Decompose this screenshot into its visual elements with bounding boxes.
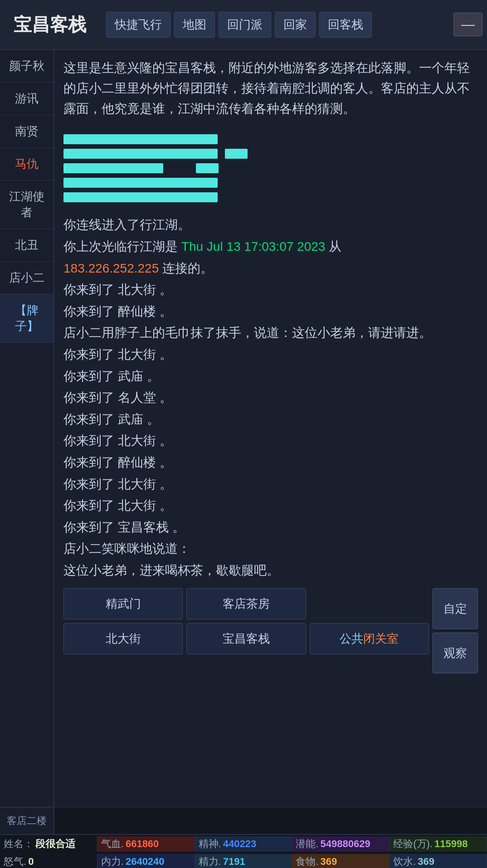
refine-label: 精力. xyxy=(199,855,221,868)
status-water: 饮水. 369 xyxy=(390,854,487,868)
status-exp: 经验(万). 115998 xyxy=(390,836,487,852)
log-line-2: 你上次光临行江湖是 Thu Jul 13 17:03:07 2023 从 xyxy=(63,236,478,258)
sidebar-item-ma[interactable]: 马仇 xyxy=(0,148,54,180)
water-label: 饮水. xyxy=(393,855,416,868)
app-title: 宝昌客栈 xyxy=(5,12,95,37)
action-empty1 xyxy=(310,588,429,619)
action-beidajie[interactable]: 北大街 xyxy=(63,623,183,654)
sidebar-item-jiang[interactable]: 江湖使者 xyxy=(0,180,54,229)
hex-row-4 xyxy=(63,178,478,188)
food-label: 食物. xyxy=(296,855,318,868)
log-line-9: 你来到了 名人堂 。 xyxy=(63,387,478,409)
status-bar: 姓名： 段很合适 气血. 661860 精神. 440223 潜能. 54988… xyxy=(0,834,487,868)
water-value: 369 xyxy=(418,856,434,868)
name-value: 段很合适 xyxy=(35,837,75,851)
status-food: 食物. 369 xyxy=(292,854,390,868)
mp-label: 精神. xyxy=(199,837,221,851)
hex-row-2 xyxy=(63,149,478,159)
exp-value: 115998 xyxy=(434,838,468,850)
log-line-15: 你来到了 宝昌客栈 。 xyxy=(63,517,478,538)
action-chafang[interactable]: 客店茶房 xyxy=(186,588,306,619)
refine-value: 7191 xyxy=(223,856,245,868)
top-navigation: 宝昌客栈 快捷飞行 地图 回门派 回家 回客栈 — xyxy=(0,0,487,50)
action-grid: 精武门 客店茶房 北大街 宝昌客栈 公共闭关室 xyxy=(63,588,429,654)
hex-broken-3r xyxy=(196,163,219,173)
log-3-ip: 183.226.252.225 xyxy=(63,261,159,275)
anger-label: 怒气. xyxy=(4,855,26,868)
status-hp: 气血. 661860 xyxy=(97,836,195,852)
hex-broken-3l xyxy=(63,163,163,173)
sidebar-item-shop[interactable]: 店小二 xyxy=(0,262,54,294)
action-area: 精武门 客店茶房 北大街 宝昌客栈 公共闭关室 自定 观察 xyxy=(63,588,478,673)
log-line-8: 你来到了 武庙 。 xyxy=(63,366,478,387)
hexagram-graphic xyxy=(63,130,478,207)
name-label: 姓名： xyxy=(4,837,34,851)
log-line-3: 183.226.252.225 连接的。 xyxy=(63,258,478,279)
ziding-button[interactable]: 自定 xyxy=(433,588,478,629)
main-area: 颜子秋 游讯 南贤 马仇 江湖使者 北丑 店小二 【牌子】 这里是生意兴隆的宝昌… xyxy=(0,50,487,807)
hp-label: 气血. xyxy=(101,837,124,851)
sidebar-item-yan[interactable]: 颜子秋 xyxy=(0,50,54,83)
hex-broken-2r xyxy=(225,149,248,159)
status-inner: 内力. 2640240 xyxy=(97,854,195,868)
sidebar-item-nan[interactable]: 南贤 xyxy=(0,115,54,148)
hex-row-5 xyxy=(63,192,478,202)
potential-label: 潜能. xyxy=(296,837,318,851)
log-2-date: Thu Jul 13 17:03:07 2023 xyxy=(181,239,326,254)
log-line-16: 店小二笑咪咪地说道： xyxy=(63,538,478,560)
dash-button[interactable]: — xyxy=(453,13,482,36)
exp-label: 经验(万). xyxy=(393,837,433,851)
log-line-14: 你来到了 北大街 。 xyxy=(63,495,478,517)
log-line-10: 你来到了 武庙 。 xyxy=(63,409,478,430)
return-sect-button[interactable]: 回门派 xyxy=(219,12,271,38)
mp-value: 440223 xyxy=(223,838,256,850)
action-guanbi-label-normal: 公共 xyxy=(340,632,363,645)
sidebar-item-brand[interactable]: 【牌子】 xyxy=(0,294,54,343)
food-value: 369 xyxy=(321,856,337,868)
log-2-part3: 从 xyxy=(325,239,341,254)
status-name: 姓名： 段很合适 xyxy=(0,836,97,852)
log-line-7: 你来到了 北大街 。 xyxy=(63,344,478,366)
log-line-13: 你来到了 北大街 。 xyxy=(63,473,478,495)
content-area: 这里是生意兴隆的宝昌客栈，附近的外地游客多选择在此落脚。一个年轻的店小二里里外外… xyxy=(54,50,487,807)
hex-solid-2 xyxy=(63,149,218,159)
sidebar-item-you[interactable]: 游讯 xyxy=(0,83,54,115)
map-button[interactable]: 地图 xyxy=(174,12,215,38)
hex-solid-4 xyxy=(63,178,218,188)
guancha-button[interactable]: 观察 xyxy=(433,633,478,673)
hex-row-3 xyxy=(63,163,478,173)
potential-value: 549880629 xyxy=(321,838,370,850)
log-line-6: 店小二用脖子上的毛巾抹了抹手，说道：这位小老弟，请进请进。 xyxy=(63,322,478,344)
return-home-button[interactable]: 回家 xyxy=(275,12,316,38)
hex-solid-1 xyxy=(63,134,218,144)
action-guanbi[interactable]: 公共闭关室 xyxy=(310,623,429,654)
hex-row-1 xyxy=(63,134,478,144)
log-3-part2: 连接的。 xyxy=(159,261,213,275)
inner-label: 内力. xyxy=(101,855,124,868)
anger-value: 0 xyxy=(28,856,34,868)
bottom-sidebar-row: 客店二楼 xyxy=(0,807,487,834)
scene-description: 这里是生意兴隆的宝昌客栈，附近的外地游客多选择在此落脚。一个年轻的店小二里里外外… xyxy=(63,58,478,119)
log-line-5: 你来到了 醉仙楼 。 xyxy=(63,301,478,322)
action-guanbi-label-orange: 闭关室 xyxy=(363,632,399,645)
action-jingwu[interactable]: 精武门 xyxy=(63,588,183,619)
status-mp: 精神. 440223 xyxy=(195,836,292,852)
sidebar: 颜子秋 游讯 南贤 马仇 江湖使者 北丑 店小二 【牌子】 xyxy=(0,50,54,807)
return-inn-button[interactable]: 回客栈 xyxy=(319,12,372,38)
status-potential: 潜能. 549880629 xyxy=(292,836,390,852)
sidebar-bottom-label[interactable]: 客店二楼 xyxy=(0,807,54,834)
status-refine: 精力. 7191 xyxy=(195,854,292,868)
sidebar-item-bei[interactable]: 北丑 xyxy=(0,229,54,262)
log-line-11: 你来到了 北大街 。 xyxy=(63,430,478,452)
action-baochang[interactable]: 宝昌客栈 xyxy=(186,623,306,654)
inner-value: 2640240 xyxy=(126,856,165,868)
log-line-1: 你连线进入了行江湖。 xyxy=(63,214,478,236)
bottom-content-spacer xyxy=(54,807,487,834)
log-2-part1: 你上次光临行江湖是 xyxy=(63,239,181,254)
hex-solid-5 xyxy=(63,192,218,202)
quick-fly-button[interactable]: 快捷飞行 xyxy=(106,12,170,38)
log-line-4: 你来到了 北大街 。 xyxy=(63,279,478,301)
status-row-top: 姓名： 段很合适 气血. 661860 精神. 440223 潜能. 54988… xyxy=(0,835,487,853)
status-anger: 怒气. 0 xyxy=(0,854,97,868)
hp-value: 661860 xyxy=(126,838,159,850)
